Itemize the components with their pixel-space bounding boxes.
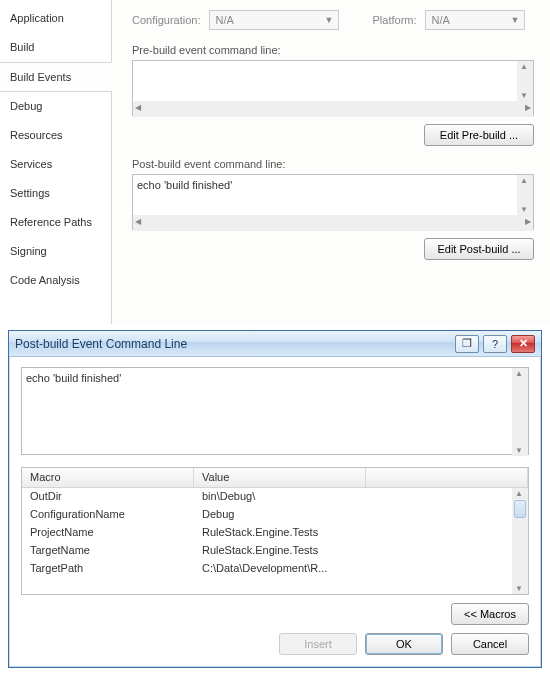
sidebar-item-settings[interactable]: Settings: [0, 179, 111, 208]
configuration-value: N/A: [216, 14, 234, 26]
postbuild-dialog: Post-build Event Command Line ❐ ? ✕ Macr…: [8, 330, 542, 668]
table-header-value[interactable]: Value: [194, 468, 366, 487]
value-cell: Debug: [194, 506, 366, 524]
macro-cell: OutDir: [22, 488, 194, 506]
ok-button[interactable]: OK: [365, 633, 443, 655]
table-row[interactable]: ProjectName RuleStack.Engine.Tests: [22, 524, 528, 542]
macro-cell: TargetPath: [22, 560, 194, 578]
help-icon: ?: [492, 338, 498, 350]
dialog-help-button[interactable]: ?: [483, 335, 507, 353]
configuration-label: Configuration:: [132, 14, 201, 26]
chevron-down-icon: ▼: [325, 15, 334, 25]
scrollbar-thumb[interactable]: [514, 500, 526, 518]
platform-label: Platform:: [373, 14, 417, 26]
dialog-close-button[interactable]: ✕: [511, 335, 535, 353]
cancel-button[interactable]: Cancel: [451, 633, 529, 655]
table-row[interactable]: TargetName RuleStack.Engine.Tests: [22, 542, 528, 560]
value-cell: RuleStack.Engine.Tests: [194, 542, 366, 560]
scrollbar-horizontal[interactable]: [133, 215, 533, 231]
value-cell: C:\Data\Development\R...: [194, 560, 366, 578]
scrollbar-vertical[interactable]: [517, 175, 533, 215]
sidebar-item-build-events[interactable]: Build Events: [0, 62, 111, 92]
postbuild-label: Post-build event command line:: [132, 158, 534, 170]
macro-cell: ConfigurationName: [22, 506, 194, 524]
insert-button[interactable]: Insert: [279, 633, 357, 655]
dialog-title: Post-build Event Command Line: [15, 337, 451, 351]
dialog-command-textarea[interactable]: [21, 367, 529, 455]
table-row[interactable]: OutDir bin\Debug\: [22, 488, 528, 506]
sidebar-item-build[interactable]: Build: [0, 33, 111, 62]
platform-value: N/A: [432, 14, 450, 26]
sidebar-item-reference-paths[interactable]: Reference Paths: [0, 208, 111, 237]
dialog-restore-button[interactable]: ❐: [455, 335, 479, 353]
configuration-combo[interactable]: N/A ▼: [209, 10, 339, 30]
sidebar-item-code-analysis[interactable]: Code Analysis: [0, 266, 111, 295]
table-header-blank: [366, 468, 528, 487]
value-cell: RuleStack.Engine.Tests: [194, 524, 366, 542]
sidebar-item-application[interactable]: Application: [0, 4, 111, 33]
prebuild-label: Pre-build event command line:: [132, 44, 534, 56]
edit-postbuild-button[interactable]: Edit Post-build ...: [424, 238, 534, 260]
value-cell: bin\Debug\: [194, 488, 366, 506]
macro-cell: ProjectName: [22, 524, 194, 542]
sidebar-item-resources[interactable]: Resources: [0, 121, 111, 150]
scrollbar-horizontal[interactable]: [133, 101, 533, 117]
scrollbar-vertical[interactable]: [512, 488, 528, 594]
scrollbar-vertical[interactable]: [517, 61, 533, 101]
table-row[interactable]: TargetPath C:\Data\Development\R...: [22, 560, 528, 578]
chevron-down-icon: ▼: [511, 15, 520, 25]
sidebar-item-debug[interactable]: Debug: [0, 92, 111, 121]
build-events-panel: Configuration: N/A ▼ Platform: N/A ▼ Pre…: [112, 0, 550, 324]
table-header-macro[interactable]: Macro: [22, 468, 194, 487]
scrollbar-vertical[interactable]: [512, 368, 528, 456]
macros-table: Macro Value OutDir bin\Debug\ Configurat…: [21, 467, 529, 595]
table-row[interactable]: ConfigurationName Debug: [22, 506, 528, 524]
macros-toggle-button[interactable]: << Macros: [451, 603, 529, 625]
macro-cell: TargetName: [22, 542, 194, 560]
platform-combo[interactable]: N/A ▼: [425, 10, 525, 30]
sidebar-item-signing[interactable]: Signing: [0, 237, 111, 266]
project-properties-sidebar: Application Build Build Events Debug Res…: [0, 0, 112, 324]
sidebar-item-services[interactable]: Services: [0, 150, 111, 179]
close-icon: ✕: [519, 337, 528, 350]
restore-icon: ❐: [462, 337, 472, 350]
dialog-titlebar[interactable]: Post-build Event Command Line ❐ ? ✕: [9, 331, 541, 357]
edit-prebuild-button[interactable]: Edit Pre-build ...: [424, 124, 534, 146]
